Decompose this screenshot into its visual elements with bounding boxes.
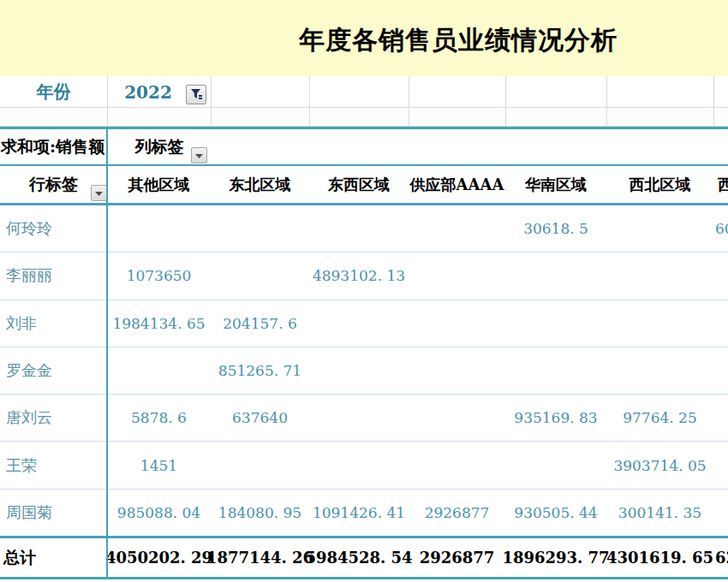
report-title: 年度各销售员业绩情况分析	[0, 23, 728, 58]
data-cell[interactable]: 930505. 44	[505, 490, 606, 536]
data-cell[interactable]: 637640	[211, 395, 309, 441]
data-cell[interactable]	[409, 347, 505, 394]
data-cell[interactable]	[309, 205, 409, 252]
row-label-cell[interactable]: 行标签	[0, 166, 107, 203]
data-cell-clipped[interactable]	[713, 442, 728, 488]
data-cell[interactable]: 5878. 6	[107, 395, 211, 441]
data-cell-clipped[interactable]	[713, 347, 728, 394]
data-cell[interactable]	[409, 395, 505, 441]
column-label-dropdown-button[interactable]	[191, 147, 207, 163]
data-cell[interactable]	[211, 442, 309, 488]
data-cell[interactable]: 97764. 25	[606, 395, 713, 441]
data-cell[interactable]: 30618. 5	[505, 205, 606, 252]
data-cell[interactable]	[309, 395, 409, 441]
data-cell[interactable]	[606, 300, 713, 347]
row-label[interactable]: 唐刘云	[0, 395, 107, 441]
data-cell[interactable]: 2926877	[409, 490, 505, 536]
data-cell[interactable]: 1091426. 41	[309, 490, 409, 536]
data-cell[interactable]	[505, 300, 606, 347]
data-cell-clipped[interactable]	[713, 490, 728, 536]
data-cell[interactable]: 1984134. 65	[107, 300, 211, 347]
data-cell[interactable]: 4893102. 13	[309, 252, 409, 299]
column-header[interactable]: 其他区域	[107, 166, 211, 203]
data-cell[interactable]	[309, 442, 409, 488]
data-cell[interactable]	[409, 300, 505, 347]
title-band: 年度各销售员业绩情况分析	[0, 0, 728, 76]
data-cell[interactable]	[505, 442, 606, 488]
row-label-dropdown-button[interactable]	[91, 185, 107, 201]
data-cell[interactable]	[505, 252, 606, 299]
table-row: 罗金金 851265. 71	[0, 347, 728, 395]
data-cell[interactable]: 985088. 04	[107, 490, 211, 536]
data-cell-clipped[interactable]: 60	[713, 205, 728, 252]
column-header[interactable]: 西北区域	[606, 166, 713, 203]
column-header[interactable]: 东西区域	[309, 166, 409, 203]
total-cell[interactable]: 5984528. 54	[309, 538, 409, 577]
column-header[interactable]: 东北区域	[211, 166, 309, 203]
data-cell[interactable]: 300141. 35	[606, 490, 713, 536]
label-column-divider	[106, 127, 108, 579]
table-row: 周国菊 985088. 04 184080. 95 1091426. 41 29…	[0, 490, 728, 536]
data-cell[interactable]	[107, 205, 211, 252]
data-cell[interactable]	[309, 347, 409, 394]
column-header[interactable]: 供应部AAAA	[409, 166, 505, 203]
data-cell[interactable]	[409, 442, 505, 488]
data-cell[interactable]	[409, 205, 505, 252]
data-cell[interactable]	[211, 205, 309, 252]
data-cell-clipped[interactable]	[713, 252, 728, 299]
report-filter-row: 年份 2022	[0, 76, 728, 108]
data-cell[interactable]	[505, 347, 606, 394]
pivot-measure-row: 求和项:销售额 列标签	[0, 127, 728, 166]
data-cell[interactable]: 1451	[107, 442, 211, 488]
data-cell[interactable]: 1073650	[107, 252, 211, 299]
pivot-header-row: 行标签 其他区域 东北区域 东西区域 供应部AAAA 华南区域 西北区域 西	[0, 166, 728, 205]
pivot-data-rows: 何玲玲 30618. 5 60 李丽丽 1073650 4893102. 13 …	[0, 205, 728, 536]
data-cell[interactable]: 184080. 95	[211, 490, 309, 536]
row-label[interactable]: 周国菊	[0, 490, 107, 536]
total-cell[interactable]: 4050202. 29	[107, 538, 211, 577]
column-header-clipped[interactable]: 西	[713, 166, 728, 203]
data-cell[interactable]	[606, 252, 713, 299]
table-row: 李丽丽 1073650 4893102. 13	[0, 252, 728, 300]
measure-label-cell[interactable]: 求和项:销售额	[0, 129, 107, 164]
filter-field-cell[interactable]: 年份	[0, 76, 107, 108]
row-label[interactable]: 刘非	[0, 300, 107, 347]
chevron-down-icon	[95, 191, 103, 196]
total-cell[interactable]: 4301619. 65	[606, 538, 713, 577]
data-cell-clipped[interactable]	[713, 300, 728, 347]
data-cell[interactable]	[409, 252, 505, 299]
data-cell[interactable]: 204157. 6	[211, 300, 309, 347]
total-cell[interactable]: 1896293. 77	[505, 538, 606, 577]
total-cell[interactable]: 2926877	[409, 538, 505, 577]
filter-button[interactable]	[186, 85, 206, 104]
grand-total-row: 总计 4050202. 29 1877144. 26 5984528. 54 2…	[0, 536, 728, 579]
grand-total-label[interactable]: 总计	[0, 538, 107, 577]
row-label[interactable]: 罗金金	[0, 347, 107, 394]
table-row: 唐刘云 5878. 6 637640 935169. 83 97764. 25	[0, 395, 728, 442]
row-label[interactable]: 李丽丽	[0, 252, 107, 299]
funnel-icon	[190, 88, 203, 101]
column-header[interactable]: 华南区域	[505, 166, 606, 203]
data-cell[interactable]: 935169. 83	[505, 395, 606, 441]
table-row: 王荣 1451 3903714. 05	[0, 442, 728, 489]
data-cell[interactable]	[211, 252, 309, 299]
filter-value-cell[interactable]: 2022	[107, 76, 189, 108]
data-cell[interactable]: 851265. 71	[211, 347, 309, 394]
row-label[interactable]: 何玲玲	[0, 205, 107, 252]
table-row: 何玲玲 30618. 5 60	[0, 205, 728, 252]
data-cell[interactable]	[606, 347, 713, 394]
total-cell[interactable]: 1877144. 26	[211, 538, 309, 577]
data-cell-clipped[interactable]	[713, 395, 728, 441]
row-label-text: 行标签	[29, 174, 78, 196]
data-cell[interactable]	[309, 300, 409, 347]
table-row: 刘非 1984134. 65 204157. 6	[0, 300, 728, 347]
data-cell[interactable]	[107, 347, 211, 394]
data-cell[interactable]: 3903714. 05	[606, 442, 713, 488]
data-cell[interactable]	[606, 205, 713, 252]
spreadsheet: 年度各销售员业绩情况分析 年份 2022 求和项:销售额 列标签	[0, 0, 728, 582]
chevron-down-icon	[195, 153, 203, 158]
total-cell-clipped[interactable]: 62	[713, 538, 728, 577]
row-label[interactable]: 王荣	[0, 442, 107, 488]
